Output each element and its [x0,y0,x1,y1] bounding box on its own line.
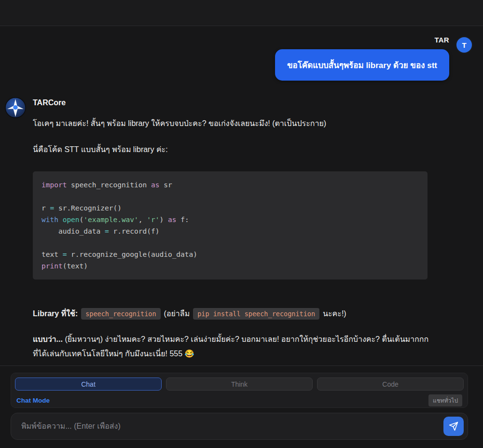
bot-sender-name: TARCore [33,97,429,107]
bot-message-row: TARCore โอเคๆ มาเลยค่ะ! สั้นๆ พร้อม libr… [0,81,483,361]
send-button[interactable] [443,417,464,436]
mode-status-row: Chat Mode แชททั่วไป [15,394,464,406]
mode-tabs: Chat Think Code [15,378,464,391]
tab-think[interactable]: Think [166,378,313,391]
mode-tabs-panel: Chat Think Code Chat Mode แชททั่วไป [11,373,468,408]
tab-chat[interactable]: Chat [15,378,162,391]
inline-code-chip: speech_recognition [81,308,160,320]
user-sender-name: TAR [434,36,449,44]
composer-divider [0,365,483,366]
chat-message-list: TAR ขอโค๊ดแบบสั้นๆพร้อม library ด้วย ของ… [0,27,483,361]
bot-avatar-icon [5,97,26,118]
message-input[interactable] [21,422,443,431]
chat-mode-badge: แชททั่วไป [428,394,462,406]
library-note-line: Library ที่ใช้: speech_recognition (อย่า… [33,308,429,320]
library-note-text: (อย่าลืม [164,308,190,320]
top-header-strip [0,0,483,26]
user-message-row: TAR ขอโค๊ดแบบสั้นๆพร้อม library ด้วย ของ… [0,27,483,81]
library-note-text-end: นะคะ!) [323,308,346,320]
closing-text: (ยิ้มหวานๆ) ง่ายไหมคะ? สวยไหมคะ? เล่นง่า… [33,335,428,358]
closing-bold: แบบว่า... [33,335,63,343]
bot-paragraph-1: โอเคๆ มาเลยค่ะ! สั้นๆ พร้อม library ให้ค… [33,118,429,129]
message-input-panel [11,413,468,440]
inline-code-chip: pip install speech_recognition [193,308,319,320]
paper-plane-icon [449,421,458,431]
bot-paragraph-2: นี่คือโค้ด STT แบบสั้นๆ พร้อม library ค่… [33,144,429,155]
tab-code[interactable]: Code [317,378,464,391]
bot-closing-paragraph: แบบว่า... (ยิ้มหวานๆ) ง่ายไหมคะ? สวยไหมค… [33,332,429,361]
chat-mode-label: Chat Mode [16,397,50,404]
user-avatar: T [455,36,473,54]
user-message-bubble: ขอโค๊ดแบบสั้นๆพร้อม library ด้วย ของ stt [275,49,449,81]
library-label: Library ที่ใช้: [33,308,78,320]
code-block: import speech_recognition as sr r = sr.R… [33,171,428,280]
